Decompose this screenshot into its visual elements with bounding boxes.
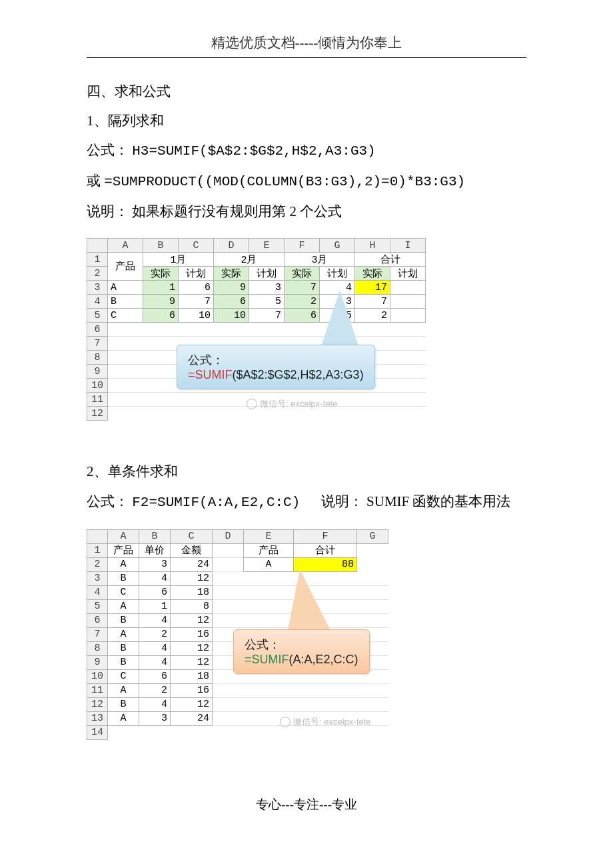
col-header: F — [285, 239, 320, 253]
cell: 1月 — [143, 253, 214, 267]
formula-function: =SUMIF — [188, 368, 233, 381]
col-header: I — [390, 239, 426, 253]
cell: A — [108, 281, 143, 295]
cell: 6 — [179, 281, 214, 295]
row-header: 2 — [87, 267, 108, 281]
cell: 4 — [139, 571, 171, 585]
cell: 计划 — [320, 267, 355, 281]
row-header: 9 — [87, 655, 108, 669]
row-header: 3 — [87, 571, 108, 585]
formula-label: 公式： — [87, 142, 129, 158]
cell: 10 — [179, 309, 214, 323]
col-header: A — [108, 529, 139, 543]
row-header: 8 — [87, 641, 108, 655]
cell — [213, 543, 244, 557]
cell: 计划 — [249, 267, 285, 281]
cell: A — [108, 711, 139, 725]
cell: 合计 — [294, 543, 357, 557]
note-text: 如果标题行没有规则用第 2 个公式 — [132, 203, 342, 219]
cell: 产品 — [108, 543, 139, 557]
cell: 2 — [139, 683, 171, 697]
cell — [390, 309, 426, 323]
cell: 9 — [214, 281, 249, 295]
cell: C — [108, 585, 139, 599]
col-header: C — [171, 529, 213, 543]
part1-title: 1、隔列求和 — [87, 106, 526, 135]
row-header: 4 — [87, 295, 108, 309]
wechat-watermark: 微信号: excelpx-tete — [280, 716, 370, 728]
cell: 7 — [285, 281, 320, 295]
cell: B — [108, 655, 139, 669]
callout-label: 公式： — [188, 352, 364, 368]
or-label: 或 — [87, 173, 101, 189]
cell: B — [108, 613, 139, 627]
cell: 3月 — [285, 253, 355, 267]
col-header: A — [108, 239, 143, 253]
cell: 16 — [171, 683, 213, 697]
cell: 1 — [139, 599, 171, 613]
cell: 2月 — [214, 253, 285, 267]
part2-title: 2、单条件求和 — [87, 457, 526, 486]
cell: 12 — [171, 613, 213, 627]
part1-note: 说明： 如果标题行没有规则用第 2 个公式 — [87, 197, 526, 226]
cell: 12 — [171, 641, 213, 655]
cell: 4 — [139, 613, 171, 627]
cell: 10 — [214, 309, 249, 323]
cell: 3 — [139, 711, 171, 725]
row-header: 12 — [87, 697, 108, 711]
cell: 实际 — [143, 267, 179, 281]
cell: B — [108, 571, 139, 585]
cell: 24 — [171, 711, 213, 725]
cell: 产品 — [108, 253, 143, 281]
corner-cell — [87, 239, 108, 253]
part2-line: 公式： F2=SUMIF(A:A,E2,C:C) 说明： SUMIF 函数的基本… — [87, 487, 526, 517]
cell: 17 — [355, 281, 390, 295]
col-header: E — [244, 529, 294, 543]
cell: A — [108, 599, 139, 613]
cell: 4 — [139, 641, 171, 655]
row-header: 4 — [87, 585, 108, 599]
cell: 12 — [171, 571, 213, 585]
row-header: 11 — [87, 393, 108, 407]
cell: A — [108, 557, 139, 571]
note-label: 说明： — [321, 493, 363, 509]
section-title: 四、求和公式 — [87, 77, 526, 106]
formula-function: =SUMIF — [245, 653, 289, 666]
cell — [390, 281, 426, 295]
watermark-text: 微信号: excelpx-tete — [260, 398, 337, 410]
cell: 12 — [171, 655, 213, 669]
cell: 7 — [179, 295, 214, 309]
cell — [357, 557, 388, 571]
row-header: 10 — [87, 379, 108, 393]
row-header: 14 — [87, 725, 108, 739]
row-header: 3 — [87, 281, 108, 295]
callout-formula: =SUMIF(A:A,E2,C:C) — [245, 653, 358, 667]
cell: 4 — [139, 655, 171, 669]
formula-callout: 公式： =SUMIF($A$2:$G$2,H$2,A3:G3) — [177, 345, 375, 389]
wechat-icon — [247, 399, 257, 409]
col-header: G — [320, 239, 355, 253]
row-header: 7 — [87, 627, 108, 641]
row-header: 8 — [87, 351, 108, 365]
cell: 24 — [171, 557, 213, 571]
cell: 18 — [171, 585, 213, 599]
cell: 3 — [139, 557, 171, 571]
cell: C — [108, 669, 139, 683]
cell: B — [108, 697, 139, 711]
cell: 6 — [139, 669, 171, 683]
row-header: 7 — [87, 337, 108, 351]
wechat-watermark: 微信号: excelpx-tete — [247, 398, 337, 410]
formula-args: ($A$2:$G$2,H$2,A3:G3) — [233, 368, 364, 381]
cell: 16 — [171, 627, 213, 641]
formula-text: H3=SUMIF($A$2:$G$2,H$2,A3:G3) — [132, 143, 375, 159]
part1-formula2: 或 =SUMPRODUCT((MOD(COLUMN(B3:G3),2)=0)*B… — [87, 166, 526, 197]
row-header: 5 — [87, 309, 108, 323]
formula-text: F2=SUMIF(A:A,E2,C:C) — [132, 495, 300, 510]
row-header: 1 — [87, 543, 108, 557]
row-header: 1 — [87, 253, 108, 267]
cell: 5 — [249, 295, 285, 309]
cell: B — [108, 295, 143, 309]
watermark-text: 微信号: excelpx-tete — [293, 716, 370, 728]
corner-cell — [87, 529, 108, 543]
cell: 2 — [355, 309, 390, 323]
